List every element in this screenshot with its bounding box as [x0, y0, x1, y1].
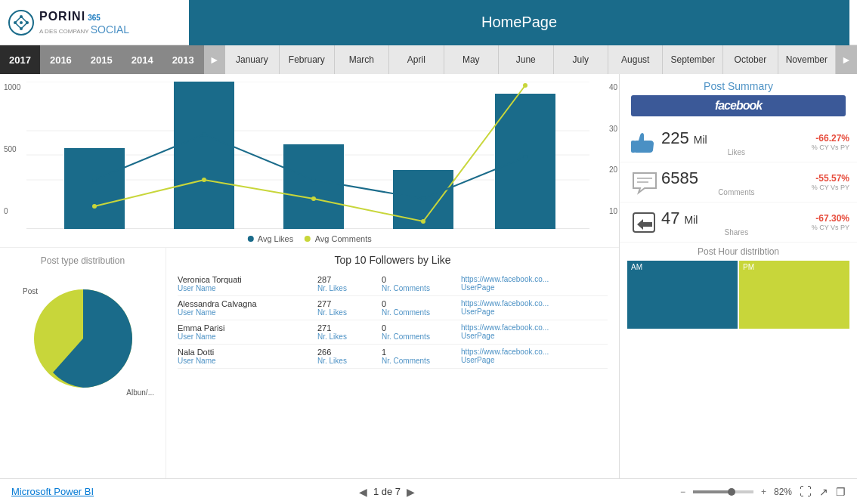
likes-pct: -66.27%: [812, 133, 849, 144]
month-btn-january[interactable]: January: [225, 45, 280, 74]
facebook-badge: facebook: [631, 95, 846, 116]
like-icon-container: [627, 127, 661, 157]
svg-point-18: [311, 196, 316, 201]
am-label: AM: [627, 261, 646, 274]
follower-comments-0: 0 Nr. Comments: [382, 275, 457, 292]
pie-chart-svg: [23, 278, 144, 395]
legend-avg-comments-dot: [305, 236, 311, 242]
follower-url-0[interactable]: https://www.facebook.co... UserPage: [461, 275, 608, 292]
svg-point-4: [20, 27, 23, 30]
month-btn-april[interactable]: April: [389, 45, 444, 74]
month-btn-november[interactable]: November: [778, 45, 836, 74]
follower-row-0: Veronica Torquati User Name 287 Nr. Like…: [178, 272, 608, 296]
followers-title: Top 10 Followers by Like: [178, 254, 608, 266]
legend-avg-comments: Avg Comments: [305, 234, 371, 243]
main-content: 1000 500 0 40 30 20 10: [0, 74, 857, 478]
month-btn-july[interactable]: July: [554, 45, 608, 74]
follower-likes-3: 266 Nr. Likes: [317, 348, 378, 365]
month-nav-right[interactable]: ►: [836, 45, 857, 74]
svg-point-22: [202, 132, 206, 137]
follower-likes-1: 277 Nr. Likes: [317, 299, 378, 317]
zoom-slider-handle[interactable]: [728, 488, 735, 496]
follower-likes-0: 287 Nr. Likes: [317, 275, 378, 292]
zoom-minus[interactable]: −: [680, 487, 685, 497]
chart-area: 1000 500 0 40 30 20 10: [0, 74, 619, 248]
follower-comments-3: 1 Nr. Comments: [382, 348, 457, 365]
follower-name-3: Nala Dotti User Name: [178, 348, 314, 365]
page-next-btn[interactable]: ▶: [407, 486, 415, 498]
year-nav-right[interactable]: ►: [204, 45, 225, 74]
post-summary-title: Post Summary: [620, 74, 857, 95]
month-btn-august[interactable]: August: [608, 45, 663, 74]
facebook-label: facebook: [715, 99, 762, 112]
y-right-20: 20: [609, 165, 617, 174]
zoom-plus[interactable]: +: [761, 487, 766, 497]
zoom-slider-fill: [693, 490, 729, 493]
svg-point-16: [92, 204, 97, 209]
pm-section: PM: [739, 261, 849, 329]
page-current: 1: [373, 486, 379, 497]
stat-row-likes: 225 Mil Likes -66.27% % CY Vs PY: [620, 122, 857, 162]
year-btn-2017[interactable]: 2017: [0, 45, 41, 74]
month-btn-october[interactable]: October: [723, 45, 778, 74]
page-prev-btn[interactable]: ◀: [359, 486, 367, 498]
y-right-40: 40: [609, 83, 617, 91]
year-btn-2016[interactable]: 2016: [41, 45, 82, 74]
month-btn-september[interactable]: September: [663, 45, 723, 74]
comments-pct-container: -55.57% % CY Vs PY: [812, 173, 849, 191]
pie-section: Post type distribution Post Albun/...: [0, 248, 166, 478]
share-icon: [630, 209, 660, 236]
y-right-10: 10: [609, 207, 617, 215]
month-btn-february[interactable]: February: [280, 45, 334, 74]
shares-value: 47 Mil: [661, 209, 812, 228]
page-sep: de: [382, 486, 395, 497]
svg-point-23: [311, 178, 316, 182]
year-btn-2013[interactable]: 2013: [163, 45, 204, 74]
likes-info: 225 Mil Likes: [661, 128, 812, 156]
shares-label: Shares: [661, 228, 812, 237]
y-label-0: 0: [4, 207, 20, 215]
powerbi-link[interactable]: Microsoft Power BI: [11, 486, 94, 497]
follower-url-1[interactable]: https://www.facebook.co... UserPage: [461, 299, 608, 317]
follower-url-3[interactable]: https://www.facebook.co... UserPage: [461, 348, 608, 365]
fullscreen-icon[interactable]: ⛶: [800, 485, 812, 499]
legend-avg-likes-dot: [247, 236, 253, 242]
zoom-slider[interactable]: [693, 490, 753, 493]
follower-comments-1: 0 Nr. Comments: [382, 299, 457, 317]
likes-label: Likes: [661, 148, 812, 156]
expand-icon[interactable]: ❐: [836, 486, 846, 498]
followers-section: Top 10 Followers by Like Veronica Torqua…: [166, 248, 619, 478]
pie-title: Post type distribution: [8, 255, 158, 266]
share-icon-container: [627, 207, 661, 237]
pie-label-post: Post: [23, 287, 38, 295]
stat-row-shares: 47 Mil Shares -67.30% % CY Vs PY: [620, 203, 857, 243]
logo-area: PORINI 365 A DES COMPANY SOCIAL: [8, 9, 189, 36]
month-btn-march[interactable]: March: [335, 45, 389, 74]
pie-container: Post Albun/...: [8, 272, 158, 400]
follower-likes-2: 271 Nr. Likes: [317, 323, 378, 341]
page-title: HomePage: [189, 0, 849, 45]
followers-table: Veronica Torquati User Name 287 Nr. Like…: [178, 272, 608, 369]
likes-pct-container: -66.27% % CY Vs PY: [812, 133, 849, 151]
comments-label: Comments: [661, 188, 812, 196]
y-right-30: 30: [609, 125, 617, 133]
month-section: January February March April May June Ju…: [225, 45, 857, 74]
post-hour-grid: AM PM: [627, 261, 849, 329]
svg-point-1: [14, 21, 17, 24]
bar-march: [283, 144, 344, 229]
year-btn-2014[interactable]: 2014: [122, 45, 163, 74]
year-btn-2015[interactable]: 2015: [82, 45, 122, 74]
logo-social: SOCIAL: [91, 23, 129, 36]
stat-row-comments: 6585 Comments -55.57% % CY Vs PY: [620, 162, 857, 203]
svg-point-3: [20, 15, 23, 18]
svg-point-19: [421, 219, 425, 224]
month-btn-june[interactable]: June: [499, 45, 553, 74]
month-btn-may[interactable]: May: [444, 45, 499, 74]
share-action-icon[interactable]: ↗: [819, 486, 828, 498]
follower-row-2: Emma Parisi User Name 271 Nr. Likes 0 Nr…: [178, 320, 608, 345]
svg-point-20: [523, 83, 528, 88]
follower-url-2[interactable]: https://www.facebook.co... UserPage: [461, 323, 608, 341]
bottom-section: Post type distribution Post Albun/... To…: [0, 248, 619, 478]
svg-point-17: [202, 178, 206, 182]
bar-february: [174, 82, 234, 229]
